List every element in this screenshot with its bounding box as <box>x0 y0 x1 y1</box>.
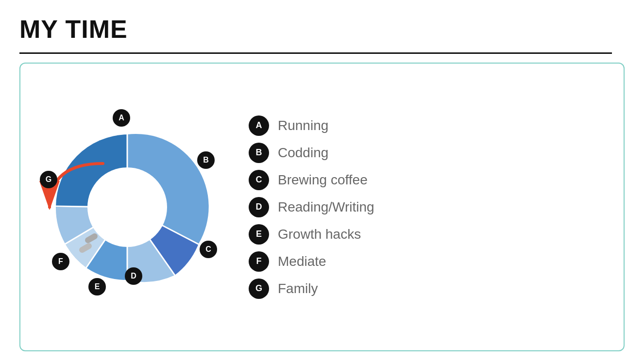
legend-label-f: Mediate <box>278 254 326 269</box>
legend-label-c: Brewing coffee <box>278 172 368 188</box>
chart-label-g: G <box>40 171 57 188</box>
chart-label-c: C <box>200 241 217 258</box>
chart-label-b: B <box>197 151 215 169</box>
main-card: A B C D E F G A Running B Codding <box>19 63 625 351</box>
legend-item-e: E Growth hacks <box>249 224 594 245</box>
legend-badge-e: E <box>249 224 269 245</box>
legend-item-b: B Codding <box>249 143 594 163</box>
legend-label-a: Running <box>278 118 328 133</box>
red-arrow-icon <box>35 159 113 222</box>
legend-badge-c: C <box>249 170 269 190</box>
legend-badge-d: D <box>249 197 269 217</box>
legend-badge-b: B <box>249 143 269 163</box>
legend: A Running B Codding C Brewing coffee D R… <box>220 115 594 299</box>
chart-area: A B C D E F G <box>35 100 220 314</box>
legend-item-c: C Brewing coffee <box>249 170 594 190</box>
chart-label-f: F <box>52 253 69 270</box>
title-underline <box>19 52 612 54</box>
legend-label-g: Family <box>278 281 318 296</box>
chart-label-a: A <box>113 109 130 127</box>
legend-badge-g: G <box>249 279 269 299</box>
legend-badge-f: F <box>249 251 269 272</box>
legend-badge-a: A <box>249 115 269 136</box>
legend-label-e: Growth hacks <box>278 227 361 242</box>
chart-label-e: E <box>88 278 106 295</box>
legend-item-a: A Running <box>249 115 594 136</box>
chart-label-d: D <box>125 267 142 285</box>
page: MY TIME <box>0 0 644 361</box>
legend-item-f: F Mediate <box>249 251 594 272</box>
legend-label-d: Reading/Writing <box>278 199 374 215</box>
page-title: MY TIME <box>19 15 625 44</box>
legend-label-b: Codding <box>278 145 328 161</box>
legend-item-d: D Reading/Writing <box>249 197 594 217</box>
legend-item-g: G Family <box>249 279 594 299</box>
